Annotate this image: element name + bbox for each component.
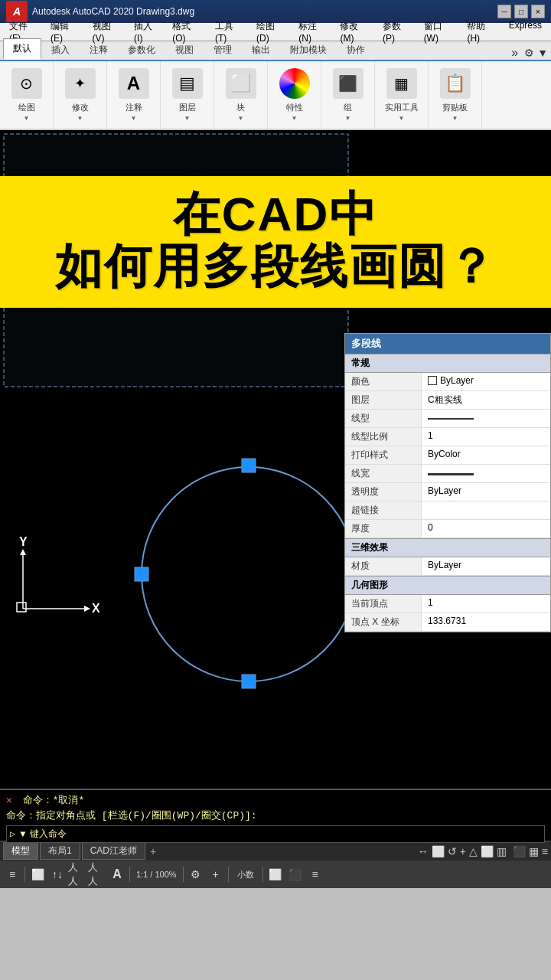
ribbon-group-properties[interactable]: 特性 ▼ [268, 61, 321, 129]
bottom-user-icon[interactable]: 人人 [68, 865, 86, 884]
title-controls[interactable]: ─ □ × [497, 5, 545, 18]
tab-parameterize[interactable]: 参数化 [118, 40, 165, 60]
bottom-text-icon[interactable]: A [108, 865, 126, 884]
prop-row-color[interactable]: 颜色 ByLayer [345, 373, 550, 391]
prop-label-thickness: 厚度 [345, 520, 422, 537]
layer-icon: ▤ [172, 68, 203, 99]
prop-row-lineweight[interactable]: 线宽 [345, 465, 550, 483]
annotate-icon: A [119, 68, 149, 99]
prop-row-transparency[interactable]: 透明度 ByLayer [345, 483, 550, 501]
draw-label: 绘图 [18, 102, 35, 113]
status-ortho-icon[interactable]: ↺ [448, 845, 457, 858]
prop-row-thickness[interactable]: 厚度 0 [345, 520, 550, 538]
ribbon-group-utilities[interactable]: ▦ 实用工具 ▼ [375, 61, 429, 129]
utilities-icon: ▦ [386, 68, 417, 99]
status-grid-icon[interactable]: ⬜ [432, 845, 445, 858]
tab-view[interactable]: 视图 [165, 40, 204, 60]
prop-value-linetype [422, 410, 550, 427]
tab-insert[interactable]: 插入 [41, 40, 80, 60]
prop-row-linetype[interactable]: 线型 [345, 410, 550, 428]
prop-row-hyperlink[interactable]: 超链接 [345, 501, 550, 520]
prop-label-layer: 图层 [345, 391, 422, 409]
close-button[interactable]: × [531, 5, 545, 18]
menu-window[interactable]: 窗口(W) [418, 18, 461, 45]
status-bar: 模型 布局1 CAD江老师 + ↔ ⬜ ↺ + △ ⬜ ▥ ⬛ ▦ ≡ [0, 841, 551, 861]
block-label: 块 [236, 102, 245, 113]
ribbon-group-draw[interactable]: ⊙ 绘图 ▼ [0, 61, 54, 129]
prop-row-plot-style[interactable]: 打印样式 ByColor [345, 446, 550, 465]
ribbon-group-clipboard[interactable]: 📋 剪贴板 ▼ [429, 61, 482, 129]
menu-help[interactable]: 帮助(H) [461, 18, 502, 45]
tab-cad-teacher[interactable]: CAD江老师 [82, 842, 145, 860]
bottom-viewport-icon[interactable]: ⬜ [266, 865, 285, 884]
menu-express[interactable]: Express [503, 18, 548, 45]
tab-layout1[interactable]: 布局1 [40, 842, 80, 860]
cmd-input-text[interactable]: 键入命令 [30, 828, 67, 841]
ribbon-group-modify[interactable]: ✦ 修改 ▼ [54, 61, 107, 129]
svg-marker-2 [84, 606, 90, 612]
svg-rect-8 [242, 459, 256, 472]
color-swatch [428, 376, 437, 385]
clipboard-icon: 📋 [440, 68, 471, 99]
status-snap-icon[interactable]: ↔ [418, 845, 429, 858]
prop-section-3d: 三维效果 [345, 538, 550, 557]
ribbon-collapse-icon[interactable]: ▼ [537, 47, 548, 59]
prop-row-material[interactable]: 材质 ByLayer [345, 557, 550, 576]
bottom-workspace-icon[interactable]: ⬜ [28, 865, 47, 884]
tab-manage[interactable]: 管理 [204, 40, 242, 60]
status-osnap-track-icon[interactable]: ⬜ [481, 845, 494, 858]
ribbon-group-annotate[interactable]: A 注释 ▼ [107, 61, 161, 129]
ribbon-group-group[interactable]: ⬛ 组 ▼ [321, 61, 375, 129]
status-dynamic-icon[interactable]: ▥ [497, 845, 507, 858]
modify-label: 修改 [72, 102, 89, 113]
yellow-banner: 在CAD中 如何用多段线画圆？ [0, 176, 551, 308]
tab-model[interactable]: 模型 [3, 842, 38, 860]
status-selection-icon[interactable]: ≡ [542, 845, 548, 858]
prop-value-material: ByLayer [422, 557, 550, 575]
bottom-user2-icon[interactable]: 人人 [88, 865, 106, 884]
properties-arrow: ▼ [292, 115, 298, 122]
bottom-isolate-icon[interactable]: ⬛ [286, 865, 305, 884]
prop-row-vertex-x[interactable]: 顶点 X 坐标 133.6731 [345, 613, 550, 632]
cad-canvas[interactable]: 在CAD中 如何用多段线画圆？ Y X 多段线 常规 [0, 130, 551, 789]
ribbon-more-icon[interactable]: ⚙ [524, 47, 534, 59]
tab-default[interactable]: 默认 [3, 38, 41, 60]
minimize-button[interactable]: ─ [497, 5, 511, 18]
status-lineweight-icon[interactable]: ⬛ [513, 845, 526, 858]
status-transparency-icon[interactable]: ▦ [529, 845, 539, 858]
banner-line2: 如何用多段线画圆？ [55, 240, 496, 292]
status-object-snap-icon[interactable]: △ [469, 845, 478, 858]
cmd-input-area[interactable]: ▷ ▼ 键入命令 [6, 825, 545, 843]
menu-bar: 文件(F) 编辑(E) 视图(V) 插入(I) 格式(O) 工具(T) 绘图(D… [0, 23, 551, 41]
bottom-upload-icon[interactable]: ↑↓ [48, 865, 67, 884]
prop-label-vertex-x: 顶点 X 坐标 [345, 613, 422, 631]
tab-add-button[interactable]: + [147, 845, 159, 858]
tab-output[interactable]: 输出 [242, 40, 280, 60]
ribbon-group-layer[interactable]: ▤ 图层 ▼ [161, 61, 214, 129]
bottom-add-icon[interactable]: + [207, 865, 225, 884]
tab-annotate[interactable]: 注释 [80, 40, 118, 60]
prop-value-thickness: 0 [422, 520, 550, 537]
cmd-arrow-icon: ▷ [10, 828, 15, 840]
prop-value-vertex-x: 133.6731 [422, 613, 550, 631]
bottom-ui-icon[interactable]: ≡ [306, 865, 324, 884]
bottom-settings-icon[interactable]: ⚙ [187, 865, 205, 884]
prop-section-general: 常规 [345, 354, 550, 373]
prop-row-current-vertex[interactable]: 当前顶点 1 [345, 595, 550, 613]
prop-row-linetype-scale[interactable]: 线型比例 1 [345, 428, 550, 446]
status-polar-icon[interactable]: + [460, 845, 466, 858]
prop-row-layer[interactable]: 图层 C粗实线 [345, 391, 550, 410]
scale-label: 1:1 / 100% [133, 870, 180, 879]
bottom-menu-icon[interactable]: ≡ [3, 865, 21, 884]
sep-5 [262, 867, 263, 882]
menu-params[interactable]: 参数(P) [377, 18, 418, 45]
cmd-cancel-icon: ✕ [6, 795, 12, 806]
utilities-label: 实用工具 [385, 102, 419, 113]
ribbon-expand-icon[interactable]: » [511, 46, 518, 60]
cmd-dropdown-icon[interactable]: ▼ [20, 829, 25, 840]
tab-collaborate[interactable]: 协作 [337, 40, 375, 60]
properties-icon [279, 68, 310, 99]
maximize-button[interactable]: □ [514, 5, 528, 18]
tab-addons[interactable]: 附加模块 [280, 40, 337, 60]
ribbon-group-block[interactable]: ⬜ 块 ▼ [214, 61, 268, 129]
